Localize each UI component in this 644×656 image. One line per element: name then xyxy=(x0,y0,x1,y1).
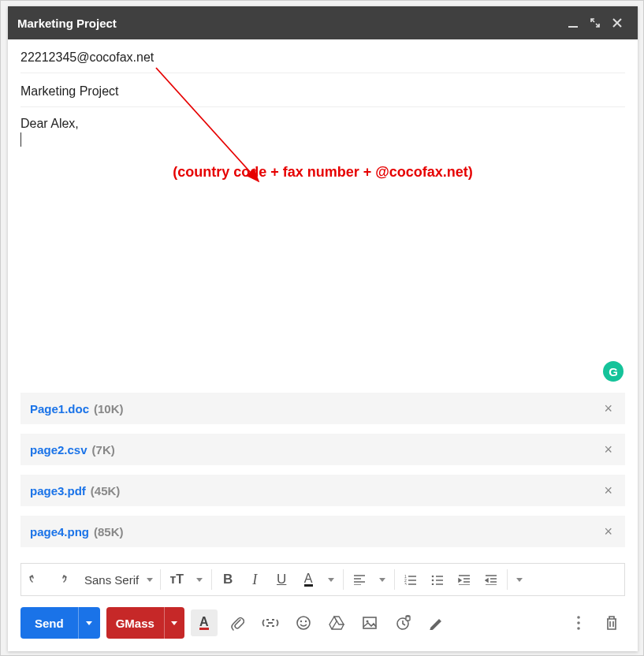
underline-button[interactable]: U xyxy=(268,564,295,595)
discard-draft-button[interactable] xyxy=(598,609,625,636)
gmass-button-group: GMass xyxy=(106,607,184,639)
svg-point-15 xyxy=(577,616,580,619)
undo-button[interactable] xyxy=(21,564,48,595)
font-family-label: Sans Serif xyxy=(84,573,139,587)
text-color-caret[interactable] xyxy=(322,564,341,595)
svg-point-6 xyxy=(432,580,434,582)
send-button-group: Send xyxy=(20,607,100,639)
send-options-button[interactable] xyxy=(78,607,100,639)
chevron-down-icon xyxy=(171,621,177,625)
chevron-down-icon xyxy=(516,578,523,582)
attachment-size: (10K) xyxy=(94,402,124,416)
redo-button[interactable] xyxy=(48,564,75,595)
font-family-select[interactable]: Sans Serif xyxy=(75,573,158,587)
align-button[interactable] xyxy=(346,564,373,595)
indent-more-button[interactable] xyxy=(478,564,504,595)
text-cursor xyxy=(20,132,21,147)
more-options-button[interactable] xyxy=(565,609,592,636)
attach-file-button[interactable] xyxy=(224,609,251,636)
insert-signature-button[interactable] xyxy=(423,609,449,636)
attachment-row: Page1.doc (10K) × xyxy=(20,393,625,424)
chevron-down-icon xyxy=(196,578,203,582)
annotation-label: (country code + fax number + @cocofax.ne… xyxy=(8,164,638,181)
attachment-name[interactable]: page3.pdf xyxy=(30,484,86,498)
separator xyxy=(211,569,212,590)
attachment-name[interactable]: page2.csv xyxy=(30,443,87,457)
attachments-list: Page1.doc (10K) × page2.csv (7K) × page3… xyxy=(8,393,638,563)
compose-window: Marketing Project 22212345@cocofax.net M… xyxy=(8,6,638,651)
font-size-button[interactable]: тТ xyxy=(163,564,190,595)
attachment-name[interactable]: page4.png xyxy=(30,525,89,539)
insert-emoji-button[interactable] xyxy=(290,609,317,636)
separator xyxy=(394,569,395,590)
svg-point-5 xyxy=(432,576,434,578)
svg-point-17 xyxy=(577,627,580,630)
to-field[interactable]: 22212345@cocofax.net xyxy=(20,39,625,73)
remove-attachment-icon[interactable]: × xyxy=(601,524,616,540)
remove-attachment-icon[interactable]: × xyxy=(601,401,616,417)
subject-field[interactable]: Marketing Project xyxy=(20,73,625,107)
message-body[interactable]: Dear Alex, (country code + fax number + … xyxy=(8,107,638,393)
bulleted-list-button[interactable] xyxy=(424,564,451,595)
svg-point-10 xyxy=(305,621,307,622)
attachment-row: page4.png (85K) × xyxy=(20,516,625,547)
attachment-size: (7K) xyxy=(92,443,115,457)
window-title: Marketing Project xyxy=(17,17,562,30)
gmass-options-button[interactable] xyxy=(164,607,184,639)
attachment-name[interactable]: Page1.doc xyxy=(30,402,89,416)
grammarly-badge[interactable]: G xyxy=(603,361,624,382)
svg-point-8 xyxy=(297,617,310,629)
header-fields: 22212345@cocofax.net Marketing Project xyxy=(8,39,638,107)
svg-text:3: 3 xyxy=(404,582,407,585)
annotation-arrow xyxy=(8,107,638,312)
svg-point-16 xyxy=(577,621,580,624)
italic-button[interactable]: I xyxy=(241,564,268,595)
more-formatting-button[interactable] xyxy=(510,564,529,595)
gmass-button[interactable]: GMass xyxy=(106,607,164,639)
chevron-down-icon xyxy=(328,578,334,582)
align-caret[interactable] xyxy=(373,564,392,595)
svg-rect-11 xyxy=(363,617,376,628)
separator xyxy=(160,569,161,590)
insert-drive-button[interactable] xyxy=(323,609,350,636)
text-color-button[interactable]: A xyxy=(295,564,322,595)
remove-attachment-icon[interactable]: × xyxy=(601,483,616,499)
confidential-mode-button[interactable] xyxy=(389,609,416,636)
attachment-size: (85K) xyxy=(94,525,124,539)
close-button[interactable] xyxy=(606,12,628,34)
minimize-button[interactable] xyxy=(562,12,584,34)
chevron-down-icon xyxy=(147,578,153,582)
formatting-toggle-button[interactable]: A xyxy=(191,609,218,636)
titlebar: Marketing Project xyxy=(8,6,638,39)
chevron-down-icon xyxy=(379,578,385,582)
send-button[interactable]: Send xyxy=(20,607,78,639)
svg-rect-14 xyxy=(406,616,410,621)
bold-button[interactable]: B xyxy=(214,564,241,595)
chevron-down-icon xyxy=(86,621,92,625)
separator xyxy=(507,569,508,590)
remove-attachment-icon[interactable]: × xyxy=(601,442,616,458)
indent-less-button[interactable] xyxy=(451,564,478,595)
font-size-caret[interactable] xyxy=(190,564,209,595)
fullscreen-button[interactable] xyxy=(584,12,606,34)
attachment-size: (45K) xyxy=(91,484,121,498)
numbered-list-button[interactable]: 123 xyxy=(397,564,424,595)
svg-point-7 xyxy=(432,583,434,585)
bottom-toolbar: Send GMass A xyxy=(8,596,638,651)
body-greeting-line: Dear Alex, xyxy=(20,117,625,131)
separator xyxy=(343,569,344,590)
svg-point-9 xyxy=(300,621,302,622)
insert-photo-button[interactable] xyxy=(356,609,383,636)
attachment-row: page3.pdf (45K) × xyxy=(20,475,625,506)
insert-link-button[interactable] xyxy=(257,609,284,636)
attachment-row: page2.csv (7K) × xyxy=(20,434,625,465)
formatting-toolbar: Sans Serif тТ B I U A 123 xyxy=(20,563,625,596)
